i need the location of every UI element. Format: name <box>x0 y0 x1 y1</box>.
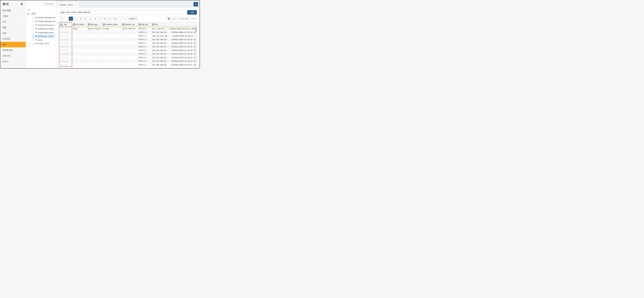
tree-item-label: Web Server - SFTP <box>38 35 53 37</box>
tree-checkbox[interactable] <box>33 28 34 30</box>
tree-item-0[interactable]: Google Workspace Ale <box>32 16 55 20</box>
tree-search-input[interactable]: 검색 <box>26 8 56 12</box>
tree-item-3[interactable]: Google Drive Activity <box>32 27 55 31</box>
tree-item-label: Google Drive Activity <box>38 28 54 30</box>
cell-_site: xxx xxxx <box>59 27 72 31</box>
table-row[interactable]: xxx xxxxHTTP/1.1104.234.115.140 - - [20/… <box>59 34 197 38</box>
tree-root-row[interactable]: ▬ 전체 <box>27 12 55 15</box>
pager-page-7[interactable]: 7 <box>98 17 102 21</box>
tree-checkbox[interactable] <box>33 39 34 41</box>
table-row[interactable]: xxx xxxxHTTP/1.1135.181.166.58 - - [20/D… <box>59 38 197 41</box>
close-icon[interactable]: ✕ <box>76 4 77 6</box>
pager-page-5[interactable]: 5 <box>88 17 92 21</box>
pager-page-10[interactable]: 10 <box>113 17 117 21</box>
pager-prev[interactable]: ‹ <box>64 17 68 21</box>
cell-bot_name <box>72 34 87 38</box>
table-row[interactable]: xxx xxxxHTTP/1.1135.181.166.58 - - [20/D… <box>59 49 197 52</box>
tree-checkbox[interactable] <box>33 21 34 22</box>
tree-checkbox[interactable] <box>33 36 34 37</box>
column-header-_site[interactable]: A_site <box>59 22 72 27</box>
tree-checkbox[interactable] <box>33 17 34 19</box>
svg-rect-3 <box>169 19 170 19</box>
table-row[interactable]: xxx xxxxHTTP/1.1135.181.166.58 - - [20/D… <box>59 45 197 49</box>
pie-chart-icon[interactable] <box>20 3 23 6</box>
display-count-button[interactable]: ☰ 표시 개수 <box>178 17 190 21</box>
pager-page-9[interactable]: 9 <box>108 17 112 21</box>
query-input[interactable]: table limit=10000 *:WEB_APACHE <box>59 10 186 15</box>
tree-item-5[interactable]: Web Server - SFTP <box>32 35 55 38</box>
pager-page-6[interactable]: 6 <box>93 17 97 21</box>
tab-active[interactable]: #231542 - table li... ✕ <box>58 3 79 7</box>
nav-item-9[interactable]: 보고서 <box>0 59 26 65</box>
run-button[interactable]: 실행 <box>187 10 197 15</box>
column-header-label: browser_name <box>106 23 118 25</box>
pager-last[interactable]: » <box>123 17 127 21</box>
tree-item-2[interactable]: Google Workspace Log <box>32 23 55 27</box>
table-input-button[interactable]: > 테이블 입력 <box>42 2 55 6</box>
nav-item-7[interactable]: 예약된 쿼리 <box>0 48 26 53</box>
sidebar: 분석 탐지 현황이벤트로그룩업피벗데이터셋쿼리›예약된 쿼리프로시저보고서 <box>0 0 26 68</box>
tree-checkbox[interactable] <box>33 43 34 45</box>
nav-item-6[interactable]: 쿼리› <box>0 42 26 48</box>
table-row[interactable]: xxx xxxxHTTP/1.1135.181.166.58 - - [20/D… <box>59 56 197 59</box>
download-button[interactable]: ⬇ ▼ <box>172 17 177 21</box>
cell-bot_name <box>72 52 87 56</box>
pager-page-8[interactable]: 8 <box>103 17 107 21</box>
table-row[interactable]: xxx xxxxBingSearch EngineChrome116.0.193… <box>59 27 197 31</box>
cell-_site: xxx xxxx <box>59 34 72 38</box>
column-header-label: _site <box>63 23 67 25</box>
nav-item-8[interactable]: 프로시저 <box>0 53 26 59</box>
pager-total[interactable]: 10000 건 <box>128 17 138 21</box>
tree-item-6[interactable]: wtmp <box>32 38 55 42</box>
vertical-scrollbar[interactable] <box>195 27 197 68</box>
tree-root-checkbox[interactable] <box>29 13 31 15</box>
pager: «‹12345678910›»10000 건 <box>59 17 138 21</box>
scrollbar-thumb[interactable] <box>196 27 197 32</box>
column-header-browser_name[interactable]: Abrowser_name <box>102 22 121 27</box>
data-table: A_siteAbot_nameAbot_typeAbrowser_nameAbr… <box>59 22 197 67</box>
pager-first[interactable]: « <box>59 17 63 21</box>
chevron-right-icon: › <box>23 44 23 46</box>
tree-checkbox[interactable] <box>33 24 34 26</box>
column-header-browser_ver[interactable]: Abrowser_ver <box>121 22 138 27</box>
pager-next[interactable]: › <box>118 17 122 21</box>
tree-item-4[interactable]: Google Meet Activity <box>32 31 55 35</box>
cell-bot_name <box>72 63 87 67</box>
pager-page-3[interactable]: 3 <box>78 17 83 21</box>
table-row[interactable]: xxx xxxxHTTP/1.1135.181.166.58 - - [20/D… <box>59 31 197 34</box>
cell-http_ver: HTTP/1.1 <box>138 59 151 63</box>
pager-page-1[interactable]: 1 <box>69 17 73 21</box>
nav-item-label: 보고서 <box>2 60 8 63</box>
nav-item-1[interactable]: 이벤트 <box>0 14 26 19</box>
pager-page-4[interactable]: 4 <box>84 17 88 21</box>
cell-http_ver: HTTP/1.1 <box>138 45 151 49</box>
cell-browser_ver <box>121 63 138 67</box>
column-header-http_ver[interactable]: Ahttp_ver <box>138 22 151 27</box>
table-row[interactable]: xxx xxxxHTTP/1.1135.181.166.58 - - [20/D… <box>59 52 197 56</box>
table-row[interactable]: xxx xxxxHTTP/1.1135.181.166.58 - - [20/D… <box>59 41 197 45</box>
column-header-bot_name[interactable]: Abot_name <box>72 22 87 27</box>
nav-item-label: 이벤트 <box>2 15 8 18</box>
table-row[interactable]: xxx xxxxHTTP/1.1135.181.166.58 - - [20/D… <box>59 59 197 63</box>
layout-toggle-button[interactable] <box>167 17 171 21</box>
tree-checkbox[interactable] <box>33 32 34 34</box>
cell-line: 135.181.166.58 - - [20/Dec/2024:12:35:07… <box>151 41 197 45</box>
data-table-wrap: A_siteAbot_nameAbot_typeAbrowser_nameAbr… <box>59 22 197 68</box>
cell-bot_name <box>72 45 87 49</box>
tree-item-label: WTMP - SFTP <box>38 43 49 45</box>
collapse-icon[interactable]: ▬ <box>27 13 29 15</box>
table-row[interactable]: xxx xxxxHTTP/1.1135.181.166.58 - - [20/D… <box>59 63 197 67</box>
tree-item-7[interactable]: WTMP - SFTP <box>32 42 55 46</box>
nav-item-3[interactable]: 룩업 <box>0 25 26 31</box>
column-header-bot_type[interactable]: Abot_type <box>87 22 102 27</box>
cell-line: 40.77.167.70 - - [20/Dec/2024:12:35:12 +… <box>151 27 197 31</box>
nav-item-2[interactable]: 로그 <box>0 19 26 25</box>
nav-item-4[interactable]: 피벗 <box>0 31 26 36</box>
nav-item-5[interactable]: 데이터셋 <box>0 36 26 42</box>
tree-item-1[interactable]: Google Workspace Adr <box>32 20 55 23</box>
add-tab-button[interactable]: + <box>194 2 198 7</box>
type-badge-icon: A <box>73 24 75 26</box>
pager-page-2[interactable]: 2 <box>74 17 78 21</box>
nav-item-0[interactable]: 탐지 현황 <box>0 8 26 14</box>
column-header-line[interactable]: Aline <box>151 22 197 27</box>
